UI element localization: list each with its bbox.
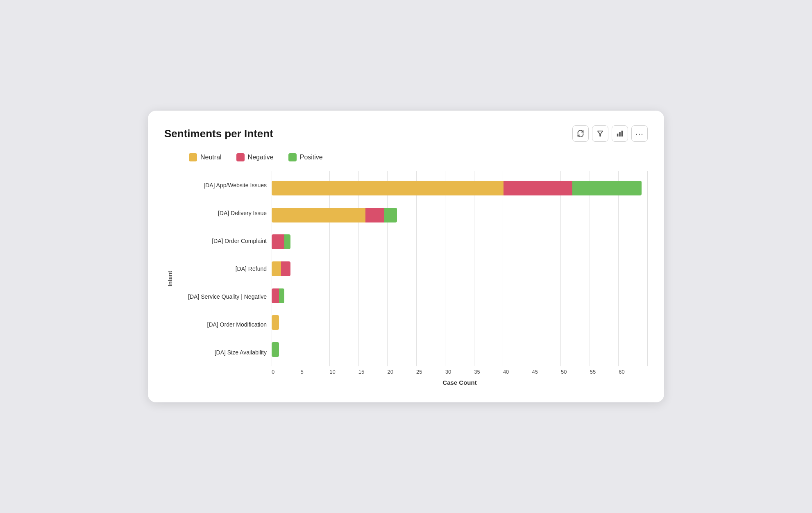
- legend-label-neutral: Neutral: [200, 154, 222, 161]
- toolbar: ···: [572, 125, 648, 142]
- bar-row: [272, 314, 648, 331]
- y-label: [DA] Size Availability: [177, 338, 267, 366]
- bar-row: [272, 341, 648, 358]
- svg-rect-3: [621, 131, 623, 136]
- chart-legend: Neutral Negative Positive: [189, 153, 648, 161]
- bar-segment-positive: [284, 234, 290, 249]
- bar-segment-positive: [384, 208, 397, 222]
- x-tick: 30: [445, 369, 474, 375]
- x-tick: 40: [503, 369, 532, 375]
- chart-card: Sentiments per Intent ··· Neutral Negati…: [148, 111, 664, 402]
- legend-swatch-neutral: [189, 153, 197, 161]
- y-axis-label-container: Intent: [164, 171, 176, 386]
- bar-segment-neutral: [272, 315, 279, 330]
- stacked-bar: [272, 208, 397, 222]
- y-axis-label: Intent: [167, 271, 173, 286]
- svg-marker-0: [598, 131, 603, 136]
- y-label: [DA] Refund: [177, 255, 267, 283]
- x-axis-label: Case Count: [272, 379, 648, 386]
- bars-rows: [272, 171, 648, 366]
- x-tick: 15: [358, 369, 388, 375]
- y-label: [DA] Order Complaint: [177, 227, 267, 255]
- x-axis: 051015202530354045505560: [272, 369, 648, 375]
- x-tick: 60: [619, 369, 648, 375]
- x-tick: 35: [474, 369, 503, 375]
- refresh-button[interactable]: [572, 125, 589, 142]
- x-tick: 25: [416, 369, 445, 375]
- bar-segment-negative: [504, 181, 572, 195]
- x-tick: 5: [301, 369, 330, 375]
- bar-segment-neutral: [272, 208, 365, 222]
- stacked-bar: [272, 288, 284, 303]
- filter-button[interactable]: [592, 125, 608, 142]
- legend-item-positive: Positive: [288, 153, 323, 161]
- legend-item-negative: Negative: [236, 153, 274, 161]
- stacked-bar: [272, 342, 279, 357]
- x-tick: 10: [329, 369, 358, 375]
- x-tick: 45: [532, 369, 561, 375]
- x-tick: 55: [590, 369, 619, 375]
- chart-area: Intent [DA] App/Website Issues[DA] Deliv…: [164, 171, 648, 386]
- svg-rect-2: [619, 132, 621, 136]
- x-tick: 20: [387, 369, 416, 375]
- x-tick: 50: [561, 369, 590, 375]
- bar-row: [272, 261, 648, 277]
- plot-area: [DA] App/Website Issues[DA] Delivery Iss…: [177, 171, 648, 366]
- bars-grid: [272, 171, 648, 366]
- bar-segment-negative: [365, 208, 384, 222]
- chart-inner: [DA] App/Website Issues[DA] Delivery Iss…: [177, 171, 648, 386]
- legend-item-neutral: Neutral: [189, 153, 222, 161]
- bar-segment-negative: [281, 261, 290, 276]
- y-labels: [DA] App/Website Issues[DA] Delivery Iss…: [177, 171, 272, 366]
- bar-segment-positive: [272, 342, 279, 357]
- y-label: [DA] Service Quality | Negative: [177, 283, 267, 311]
- legend-label-positive: Positive: [300, 154, 323, 161]
- chart-title: Sentiments per Intent: [164, 127, 273, 140]
- stacked-bar: [272, 181, 642, 195]
- svg-rect-1: [617, 134, 619, 136]
- legend-swatch-negative: [236, 153, 245, 161]
- bar-segment-positive: [279, 288, 284, 303]
- more-options-button[interactable]: ···: [631, 125, 648, 142]
- legend-label-negative: Negative: [248, 154, 274, 161]
- bar-segment-positive: [572, 181, 641, 195]
- y-label: [DA] Delivery Issue: [177, 199, 267, 227]
- chart-type-button[interactable]: [612, 125, 628, 142]
- bar-segment-neutral: [272, 261, 281, 276]
- stacked-bar: [272, 261, 290, 276]
- bar-row: [272, 180, 648, 196]
- x-tick: 0: [272, 369, 301, 375]
- bar-row: [272, 288, 648, 304]
- bar-segment-neutral: [272, 181, 504, 195]
- stacked-bar: [272, 234, 290, 249]
- y-label: [DA] Order Modification: [177, 311, 267, 338]
- stacked-bar: [272, 315, 279, 330]
- bar-segment-negative: [272, 288, 279, 303]
- bar-segment-negative: [272, 234, 284, 249]
- bar-row: [272, 234, 648, 250]
- legend-swatch-positive: [288, 153, 297, 161]
- bar-row: [272, 207, 648, 223]
- card-header: Sentiments per Intent ···: [164, 125, 648, 142]
- y-label: [DA] App/Website Issues: [177, 171, 267, 199]
